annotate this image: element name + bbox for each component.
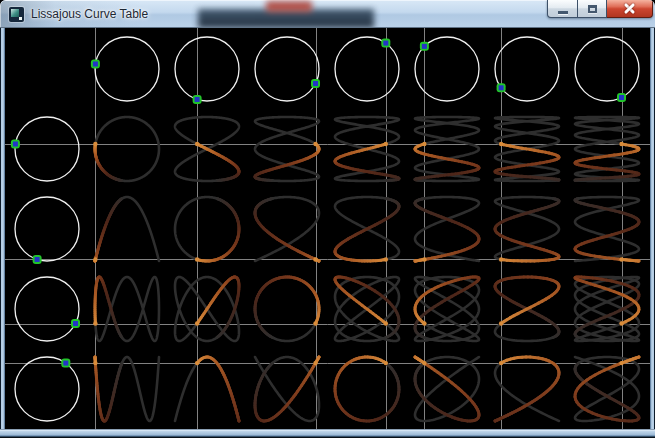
maximize-button[interactable] [578, 0, 607, 18]
window-icon-dot [19, 17, 22, 20]
window-controls [547, 0, 653, 18]
minimize-button[interactable] [547, 0, 578, 18]
window-frame-bottom [0, 429, 655, 438]
window-frame-right [650, 28, 655, 429]
minimize-icon [558, 11, 568, 14]
maximize-icon [588, 5, 597, 13]
close-button[interactable] [607, 0, 653, 18]
close-icon [623, 2, 636, 15]
titlebar[interactable]: Lissajous Curve Table [0, 0, 655, 28]
lissajous-table-canvas [5, 28, 650, 429]
app-window: Lissajous Curve Table [0, 0, 655, 438]
window-icon[interactable] [9, 7, 24, 22]
sketch-area [5, 28, 650, 429]
window-icon-glyph [11, 9, 19, 17]
window-title: Lissajous Curve Table [31, 6, 148, 22]
titlebar-glass-reflection-red [266, 1, 312, 12]
